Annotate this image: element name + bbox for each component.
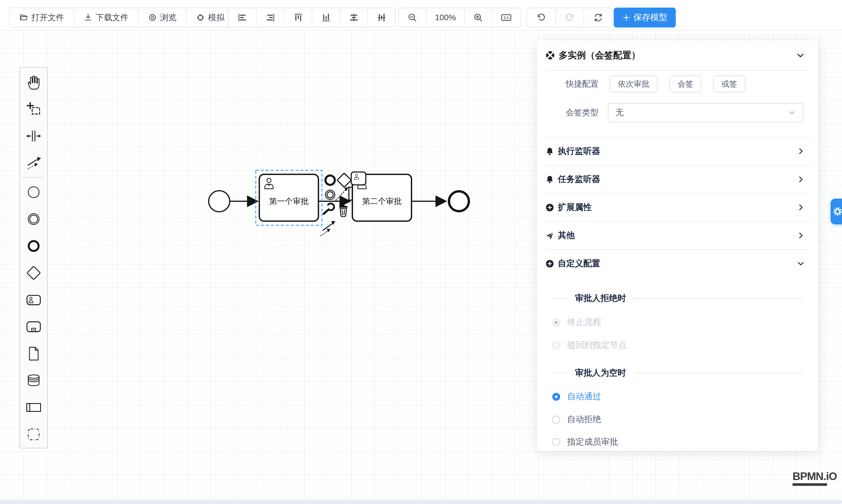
radio-label: 驳回到指定节点 <box>567 339 627 351</box>
radio-label: 指定成员审批 <box>567 436 618 448</box>
hand-icon <box>26 74 41 90</box>
chevron-right-icon <box>796 175 805 183</box>
radio-assign-member[interactable]: 指定成员审批 <box>552 436 618 448</box>
chevron-down-icon[interactable] <box>796 51 805 60</box>
panel-header[interactable]: 多实例（会签配置） <box>545 40 810 71</box>
create-intermediate-event[interactable] <box>20 205 47 233</box>
align-right-button[interactable] <box>256 8 284 27</box>
align-center-vertical-icon <box>377 13 387 22</box>
start-event-icon <box>26 184 41 200</box>
quick-config-orsign-button[interactable]: 或签 <box>713 75 745 92</box>
wrench-icon[interactable] <box>324 203 334 214</box>
download-icon <box>83 13 93 22</box>
radio-return-to-node[interactable]: 驳回到指定节点 <box>552 339 627 351</box>
preview-button[interactable]: 浏览 <box>138 8 186 27</box>
connect-tool-icon[interactable] <box>321 221 335 236</box>
radio-icon <box>552 319 560 326</box>
data-object-icon <box>26 346 41 362</box>
radio-auto-reject[interactable]: 自动拒绝 <box>552 414 601 425</box>
quick-config-label: 快捷配置 <box>537 78 598 90</box>
group-icon <box>26 427 41 442</box>
panel-title: 多实例（会签配置） <box>559 49 641 61</box>
create-group[interactable] <box>20 421 47 448</box>
align-bottom-button[interactable] <box>312 8 339 27</box>
horizontal-scrollbar[interactable] <box>0 500 842 504</box>
zoom-level[interactable]: 100% <box>426 8 464 27</box>
section-task-listener[interactable]: 任务监听器 <box>545 165 810 193</box>
align-left-button[interactable] <box>228 8 256 27</box>
create-data-store[interactable] <box>20 367 47 394</box>
align-left-icon <box>238 13 247 22</box>
quick-config-countersign-button[interactable]: 会签 <box>669 75 702 92</box>
settings-drawer-handle[interactable] <box>830 199 842 224</box>
section-label: 自定义配置 <box>558 258 600 269</box>
append-user-task-icon[interactable] <box>351 172 366 185</box>
plus-circle-icon <box>545 203 554 212</box>
append-gateway-icon[interactable] <box>337 173 351 187</box>
refresh-button[interactable] <box>583 8 612 27</box>
simulate-button[interactable]: 模拟 <box>186 8 234 27</box>
send-icon <box>545 231 554 240</box>
download-file-button[interactable]: 下载文件 <box>73 8 138 27</box>
radio-terminate-process[interactable]: 终止流程 <box>552 317 601 328</box>
subprocess-icon <box>26 319 41 335</box>
radio-label: 自动拒绝 <box>567 414 601 425</box>
radio-auto-pass[interactable]: 自动通过 <box>552 391 601 402</box>
plus-circle-icon <box>545 259 554 268</box>
trash-icon[interactable] <box>339 205 347 216</box>
create-data-object[interactable] <box>20 340 47 367</box>
create-start-event[interactable] <box>20 179 47 205</box>
append-intermediate-event-icon[interactable] <box>326 190 335 199</box>
align-button-group <box>228 7 396 28</box>
align-center-vertical-button[interactable] <box>367 8 395 27</box>
section-execution-listener[interactable]: 执行监听器 <box>545 137 810 165</box>
end-event[interactable] <box>449 191 469 211</box>
align-bottom-icon <box>321 13 331 22</box>
redo-button[interactable] <box>555 8 583 27</box>
gear-icon <box>832 206 842 217</box>
bpmn-io-logo[interactable]: BPMN.iO <box>792 470 837 486</box>
bpmn-io-logo-text: BPMN.iO <box>792 470 837 483</box>
bpmn-diagram: 第二个审批 第一个审批 <box>187 161 489 249</box>
section-custom-config[interactable]: 自定义配置 <box>545 249 810 277</box>
connect-tool[interactable] <box>20 149 47 176</box>
zoom-out-button[interactable] <box>399 8 426 27</box>
append-end-event-icon[interactable] <box>326 176 335 185</box>
space-tool[interactable] <box>20 123 47 149</box>
lasso-tool[interactable] <box>20 96 47 123</box>
element-palette <box>19 67 48 448</box>
save-model-button[interactable]: 保存模型 <box>614 7 676 28</box>
section-other[interactable]: 其他 <box>545 221 810 249</box>
align-center-horizontal-icon <box>349 13 359 22</box>
create-participant[interactable] <box>20 394 47 421</box>
chevron-down-icon <box>788 109 796 116</box>
start-event[interactable] <box>209 191 230 212</box>
toolbar: 打开文件 下载文件 浏览 模拟 <box>0 0 842 30</box>
zoom-in-button[interactable] <box>464 8 491 27</box>
sign-type-select[interactable]: 无 <box>608 103 803 122</box>
create-subprocess[interactable] <box>20 313 47 340</box>
quick-config-sequential-button[interactable]: 依次审批 <box>610 75 657 92</box>
section-extended-properties[interactable]: 扩展属性 <box>545 193 810 221</box>
section-label: 扩展属性 <box>558 201 592 213</box>
align-top-button[interactable] <box>284 8 312 27</box>
task-first-approval[interactable]: 第一个审批 <box>259 174 318 221</box>
bell-icon <box>545 175 554 184</box>
connect-from-icon[interactable] <box>336 187 348 200</box>
data-store-icon <box>26 373 41 389</box>
intermediate-event-icon <box>26 211 41 227</box>
create-gateway[interactable] <box>20 259 47 286</box>
space-tool-icon <box>26 128 41 144</box>
hand-tool[interactable] <box>20 69 47 96</box>
align-center-horizontal-button[interactable] <box>339 8 367 27</box>
end-event-icon <box>26 238 41 254</box>
reset-zoom-button[interactable]: 1:1 <box>491 8 521 27</box>
file-button-group: 打开文件 下载文件 浏览 模拟 <box>9 7 234 28</box>
chevron-right-icon <box>796 231 805 239</box>
chevron-down-icon <box>796 259 805 268</box>
create-end-event[interactable] <box>20 233 47 259</box>
undo-button[interactable] <box>527 8 555 27</box>
create-user-task[interactable] <box>20 286 47 313</box>
open-file-button[interactable]: 打开文件 <box>10 8 73 27</box>
history-button-group <box>526 7 613 28</box>
